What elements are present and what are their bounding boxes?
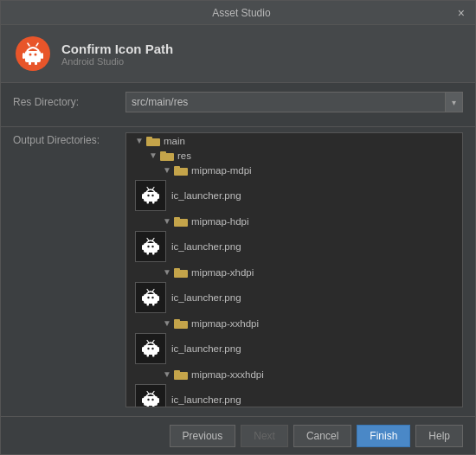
- svg-rect-10: [146, 138, 160, 146]
- header-texts: Confirm Icon Path Android Studio: [61, 42, 173, 67]
- svg-point-24: [151, 195, 153, 196]
- tree-item-mdpi-launcher[interactable]: ic_launcher.png: [126, 177, 462, 214]
- close-button[interactable]: ×: [456, 6, 466, 20]
- svg-rect-15: [174, 166, 180, 169]
- tree-item-xxxhdpi-label: mipmap-xxxhdpi: [191, 369, 264, 380]
- tree-item-xhdpi-launcher[interactable]: ic_launcher.png: [126, 279, 462, 316]
- header-title: Confirm Icon Path: [61, 42, 173, 56]
- svg-rect-3: [41, 53, 43, 59]
- toggle-xxhdpi-icon[interactable]: ▼: [163, 318, 171, 328]
- svg-rect-40: [158, 296, 160, 301]
- svg-line-66: [153, 392, 155, 394]
- svg-rect-31: [152, 252, 155, 255]
- svg-rect-18: [158, 194, 160, 199]
- res-directory-select[interactable]: src/main/res: [125, 92, 446, 112]
- android-thumb-xhdpi: [135, 282, 166, 313]
- tree-item-xhdpi-label: mipmap-xhdpi: [191, 267, 254, 278]
- android-thumb-xxxhdpi: [135, 384, 166, 407]
- svg-rect-64: [152, 405, 155, 408]
- dialog-title: Asset Studio: [27, 7, 456, 19]
- svg-rect-19: [147, 201, 150, 204]
- toggle-hdpi-icon[interactable]: ▼: [163, 216, 171, 226]
- toggle-xxxhdpi-icon[interactable]: ▼: [163, 369, 171, 379]
- cancel-button[interactable]: Cancel: [293, 425, 351, 447]
- tree-item-xhdpi[interactable]: ▼ mipmap-xhdpi: [126, 265, 462, 279]
- svg-rect-62: [158, 398, 160, 403]
- svg-point-45: [147, 297, 149, 298]
- header-section: Confirm Icon Path Android Studio: [1, 25, 475, 83]
- tree-item-mdpi[interactable]: ▼ mipmap-mdpi: [126, 163, 462, 177]
- toggle-xhdpi-icon[interactable]: ▼: [163, 267, 171, 277]
- tree-item-xxhdpi-launcher-label: ic_launcher.png: [171, 343, 241, 354]
- folder-xhdpi-icon: [174, 266, 188, 278]
- svg-rect-38: [144, 294, 158, 304]
- svg-point-35: [151, 246, 153, 247]
- svg-point-57: [151, 348, 153, 349]
- svg-rect-42: [152, 303, 155, 306]
- svg-rect-48: [174, 319, 180, 322]
- svg-rect-29: [158, 245, 160, 250]
- tree-item-xxxhdpi[interactable]: ▼ mipmap-xxxhdpi: [126, 367, 462, 381]
- form-section: Res Directory: src/main/res ▾: [1, 83, 475, 127]
- svg-rect-25: [174, 219, 188, 227]
- svg-rect-5: [35, 61, 37, 65]
- tree-item-hdpi-label: mipmap-hdpi: [191, 216, 248, 227]
- toggle-res-icon[interactable]: ▼: [149, 151, 158, 160]
- toggle-mdpi-icon[interactable]: ▼: [163, 165, 171, 175]
- svg-rect-63: [147, 405, 150, 408]
- android-icon-xxhdpi: [140, 338, 161, 359]
- svg-rect-50: [142, 347, 145, 352]
- svg-rect-53: [152, 354, 155, 357]
- svg-rect-20: [152, 201, 155, 204]
- svg-rect-11: [146, 137, 152, 139]
- output-dirs-label: Output Directories:: [13, 132, 125, 411]
- tree-item-res[interactable]: ▼ res: [126, 148, 462, 163]
- tree-item-main[interactable]: ▼ main: [126, 133, 462, 148]
- tree-item-xxxhdpi-launcher[interactable]: ic_launcher.png: [126, 381, 462, 407]
- finish-button[interactable]: Finish: [357, 425, 410, 447]
- svg-rect-41: [147, 303, 150, 306]
- svg-point-68: [151, 399, 153, 401]
- svg-rect-51: [158, 347, 160, 352]
- tree-item-hdpi-launcher[interactable]: ic_launcher.png: [126, 228, 462, 265]
- tree-container[interactable]: ▼ main ▼ res ▼: [125, 132, 463, 407]
- svg-point-46: [151, 297, 153, 298]
- svg-line-43: [147, 290, 149, 292]
- svg-point-9: [35, 54, 37, 56]
- previous-button[interactable]: Previous: [170, 425, 236, 447]
- svg-line-21: [147, 188, 149, 189]
- next-button: Next: [241, 425, 288, 447]
- svg-rect-16: [144, 192, 158, 202]
- svg-rect-28: [142, 245, 145, 250]
- output-directories-section: Output Directories: ▼ main ▼ res: [1, 127, 475, 416]
- svg-line-65: [147, 392, 149, 394]
- tree-item-mdpi-launcher-label: ic_launcher.png: [171, 190, 241, 201]
- folder-res-icon: [160, 150, 174, 161]
- svg-point-67: [147, 399, 149, 401]
- android-thumb-xxhdpi: [135, 333, 166, 364]
- select-arrow-icon: ▾: [446, 92, 463, 112]
- folder-xxxhdpi-icon: [174, 368, 188, 380]
- svg-rect-49: [144, 345, 158, 355]
- svg-rect-12: [160, 153, 174, 161]
- android-thumb-mdpi: [135, 180, 166, 211]
- svg-line-54: [147, 341, 149, 343]
- tree-item-xxhdpi-launcher[interactable]: ic_launcher.png: [126, 330, 462, 367]
- toggle-main-icon[interactable]: ▼: [135, 136, 144, 145]
- android-icon-xxxhdpi: [140, 389, 161, 407]
- help-button[interactable]: Help: [415, 425, 463, 447]
- svg-rect-27: [144, 243, 158, 253]
- folder-main-icon: [146, 135, 160, 146]
- svg-rect-37: [174, 268, 180, 271]
- tree-item-res-label: res: [177, 151, 191, 161]
- tree-item-xxhdpi[interactable]: ▼ mipmap-xxhdpi: [126, 316, 462, 330]
- android-thumb-hdpi: [135, 231, 166, 262]
- svg-rect-4: [29, 61, 31, 65]
- tree-item-xhdpi-launcher-label: ic_launcher.png: [171, 292, 241, 303]
- svg-line-22: [153, 188, 155, 189]
- dialog: Asset Studio × Confirm Icon Path A: [0, 0, 476, 455]
- header-subtitle: Android Studio: [61, 56, 173, 67]
- svg-rect-60: [144, 396, 158, 406]
- tree-item-hdpi[interactable]: ▼ mipmap-hdpi: [126, 214, 462, 228]
- svg-rect-2: [23, 53, 25, 59]
